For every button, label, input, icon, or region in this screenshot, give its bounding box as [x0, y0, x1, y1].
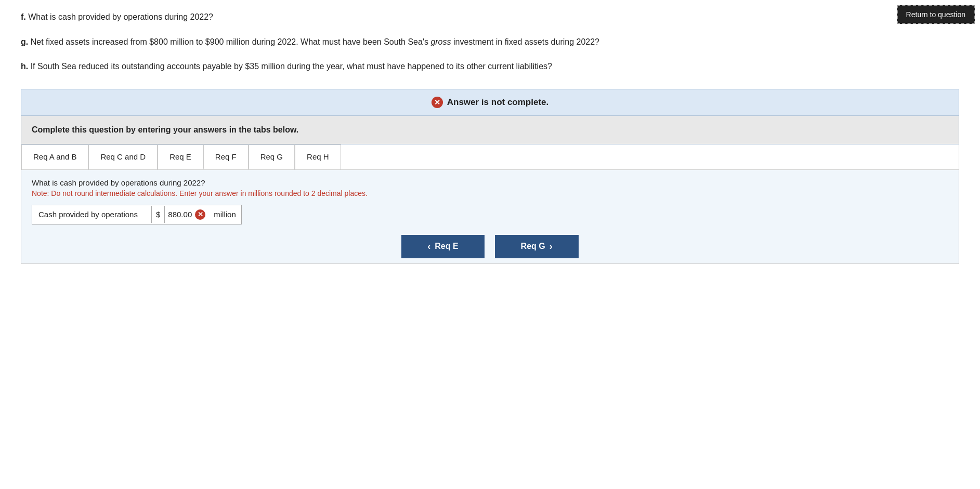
return-to-question-button[interactable]: Return to question — [897, 5, 975, 24]
prev-label: Req E — [435, 242, 458, 251]
cash-provided-label: Cash provided by operations — [32, 206, 152, 223]
question-h-label: h. — [21, 62, 28, 71]
prev-chevron: ‹ — [427, 241, 430, 252]
error-icon: ✕ — [432, 97, 443, 108]
nav-buttons: ‹ Req E Req G › — [32, 235, 948, 258]
dollar-sign: $ — [152, 206, 165, 223]
question-g-italic: gross — [430, 37, 451, 46]
clear-value-button[interactable]: ✕ — [195, 209, 205, 220]
question-g-after: investment in fixed assets during 2022? — [451, 37, 600, 46]
banner-text: Answer is not complete. — [447, 97, 549, 108]
question-h: h. If South Sea reduced its outstanding … — [21, 60, 959, 73]
next-label: Req G — [521, 242, 545, 251]
question-g: g. Net fixed assets increased from $800 … — [21, 35, 959, 49]
tab-req-f[interactable]: Req F — [203, 144, 249, 169]
prev-button[interactable]: ‹ Req E — [401, 235, 484, 258]
question-f: f. What is cash provided by operations d… — [21, 10, 959, 24]
tab-req-c-d[interactable]: Req C and D — [88, 144, 158, 169]
tab-content-note: Note: Do not round intermediate calculat… — [32, 189, 948, 197]
unit-label: million — [208, 206, 241, 223]
next-button[interactable]: Req G › — [495, 235, 579, 258]
tab-content: What is cash provided by operations duri… — [21, 170, 959, 264]
question-g-label: g. — [21, 37, 28, 46]
tab-req-e[interactable]: Req E — [158, 144, 203, 169]
question-g-before: Net fixed assets increased from $800 mil… — [31, 37, 431, 46]
complete-instruction: Complete this question by entering your … — [21, 116, 959, 144]
cash-value-field[interactable]: 880.00 ✕ — [165, 205, 208, 224]
tabs-row: Req A and B Req C and D Req E Req F Req … — [21, 144, 959, 170]
answer-banner: ✕ Answer is not complete. — [21, 89, 959, 116]
tab-req-h[interactable]: Req H — [295, 144, 341, 169]
tab-content-question: What is cash provided by operations duri… — [32, 178, 948, 187]
cash-provided-row: Cash provided by operations $ 880.00 ✕ m… — [32, 205, 242, 224]
tab-req-a-b[interactable]: Req A and B — [21, 144, 88, 169]
cash-value: 880.00 — [168, 210, 192, 219]
next-chevron: › — [550, 241, 553, 252]
question-h-body: If South Sea reduced its outstanding acc… — [31, 62, 552, 71]
tab-req-g[interactable]: Req G — [249, 144, 295, 169]
question-f-body: What is cash provided by operations duri… — [28, 12, 213, 21]
question-f-label: f. — [21, 12, 26, 21]
